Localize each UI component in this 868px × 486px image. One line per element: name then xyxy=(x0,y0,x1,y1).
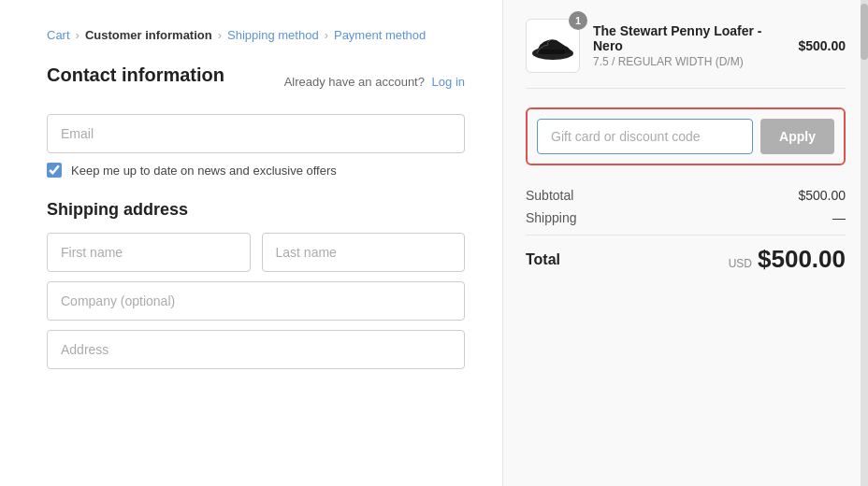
subtotal-value: $500.00 xyxy=(798,188,846,203)
product-name: The Stewart Penny Loafer - Nero xyxy=(593,23,785,53)
newsletter-label: Keep me up to date on news and exclusive… xyxy=(71,164,337,178)
totals-section: Subtotal $500.00 Shipping — Total USD $5… xyxy=(526,184,846,274)
scrollbar-track[interactable] xyxy=(861,0,868,486)
total-label: Total xyxy=(526,251,560,268)
apply-button[interactable]: Apply xyxy=(760,119,834,154)
address-input[interactable] xyxy=(47,330,465,369)
breadcrumb-sep-2: › xyxy=(218,28,222,42)
product-info: The Stewart Penny Loafer - Nero 7.5 / RE… xyxy=(593,23,785,68)
breadcrumb: Cart › Customer information › Shipping m… xyxy=(47,28,465,42)
newsletter-checkbox[interactable] xyxy=(47,163,62,178)
subtotal-label: Subtotal xyxy=(526,188,573,203)
product-price: $500.00 xyxy=(798,38,846,53)
shipping-label: Shipping xyxy=(526,210,577,225)
breadcrumb-cart[interactable]: Cart xyxy=(47,28,70,42)
login-link[interactable]: Log in xyxy=(432,75,465,89)
breadcrumb-shipping[interactable]: Shipping method xyxy=(227,28,319,42)
total-amount: $500.00 xyxy=(758,245,846,274)
discount-input[interactable] xyxy=(537,119,753,154)
scrollbar-thumb[interactable] xyxy=(861,4,868,60)
contact-section-title: Contact information xyxy=(47,64,224,86)
breadcrumb-sep-1: › xyxy=(76,28,80,42)
contact-header-row: Contact information Already have an acco… xyxy=(47,64,465,99)
breadcrumb-sep-3: › xyxy=(325,28,328,42)
company-input[interactable] xyxy=(47,281,465,321)
svg-rect-1 xyxy=(539,50,565,54)
shipping-value: — xyxy=(832,210,846,225)
name-row xyxy=(47,233,465,272)
newsletter-row: Keep me up to date on news and exclusive… xyxy=(47,163,465,178)
product-image-wrap: 1 xyxy=(526,19,580,73)
breadcrumb-customer-info: Customer information xyxy=(85,28,212,42)
first-name-input[interactable] xyxy=(47,233,251,272)
account-line: Already have an account? Log in xyxy=(284,75,465,89)
product-variant: 7.5 / REGULAR WIDTH (D/M) xyxy=(593,55,785,68)
right-panel: 1 The Stewart Penny Loafer - Nero 7.5 / … xyxy=(503,0,868,486)
product-shoe-icon xyxy=(529,29,576,63)
total-value-wrap: USD $500.00 xyxy=(729,245,846,274)
left-panel: Cart › Customer information › Shipping m… xyxy=(0,0,503,486)
total-row: Total USD $500.00 xyxy=(526,245,846,274)
totals-divider xyxy=(526,235,846,236)
last-name-input[interactable] xyxy=(262,233,466,272)
breadcrumb-payment[interactable]: Payment method xyxy=(334,28,426,42)
total-currency: USD xyxy=(729,257,752,270)
product-row: 1 The Stewart Penny Loafer - Nero 7.5 / … xyxy=(526,19,846,89)
email-input[interactable] xyxy=(47,114,465,153)
discount-section: Apply xyxy=(526,107,846,165)
subtotal-row: Subtotal $500.00 xyxy=(526,188,846,203)
shipping-row: Shipping — xyxy=(526,210,846,225)
shipping-section-title: Shipping address xyxy=(47,200,465,220)
product-badge: 1 xyxy=(569,11,587,30)
